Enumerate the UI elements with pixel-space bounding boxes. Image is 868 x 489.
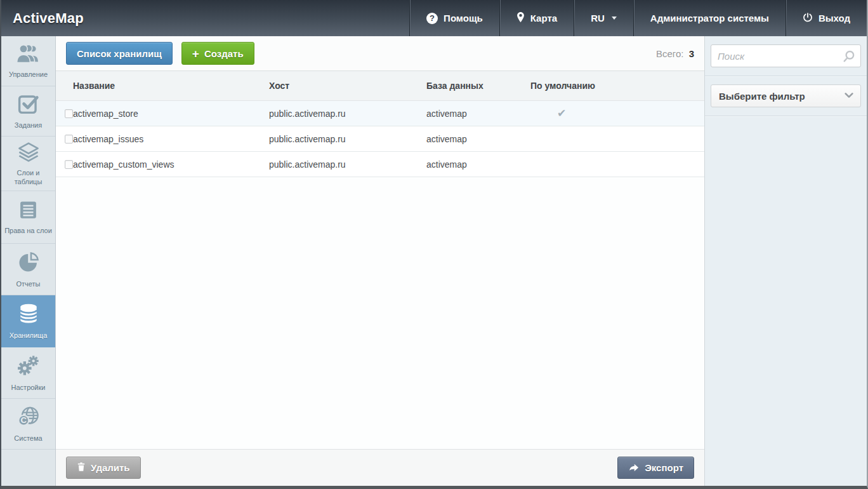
delete-button-label: Удалить <box>91 462 130 473</box>
pie-chart-icon <box>16 250 41 277</box>
column-header-host: Хост <box>269 81 426 91</box>
nav-user-account[interactable]: Администратор системы <box>633 0 786 36</box>
globe-copyright-icon: C <box>16 405 41 431</box>
sidebar-item-label: Система <box>14 434 42 443</box>
nav-user-label: Администратор системы <box>650 13 769 23</box>
export-button[interactable]: Экспорт <box>617 457 694 479</box>
chevron-down-icon <box>612 17 617 20</box>
nav-language-label: RU <box>591 13 605 23</box>
nav-language-dropdown[interactable]: RU <box>574 0 633 36</box>
help-icon: ? <box>426 13 438 24</box>
app-logo: ActiveMap <box>13 10 84 27</box>
sidebar-item-label: Задания <box>15 121 42 130</box>
create-button-label: Создать <box>204 48 244 59</box>
sidebar-item-management[interactable]: Управление <box>1 36 55 86</box>
sidebar: Управление Задания Слои и таблицы Права … <box>1 36 56 486</box>
filter-panel: Выберите фильтр <box>705 36 867 486</box>
storage-name: activemap_store <box>73 109 269 119</box>
trash-icon <box>77 462 86 474</box>
filter-dropdown[interactable]: Выберите фильтр <box>711 84 861 107</box>
sidebar-item-label: Отчеты <box>16 280 40 289</box>
sidebar-item-layer-rights[interactable]: Права на слои <box>1 191 55 244</box>
top-header: ActiveMap ? Помощь Карта RU Администрато… <box>1 0 867 36</box>
table-row[interactable]: activemap_store public.activemap.ru acti… <box>56 101 704 126</box>
database-icon <box>16 302 41 328</box>
total-count: Всего: 3 <box>656 48 694 59</box>
sort-host[interactable]: Хост <box>269 81 289 91</box>
panel-divider <box>705 116 867 116</box>
header-nav: ? Помощь Карта RU Администратор системы … <box>409 0 867 36</box>
search-icon[interactable] <box>842 50 856 66</box>
filter-dropdown-label: Выберите фильтр <box>719 91 805 102</box>
default-checkmark-icon: ✔ <box>557 107 566 120</box>
chevron-down-icon <box>844 90 854 102</box>
nav-map[interactable]: Карта <box>499 0 574 36</box>
sidebar-item-label: Управление <box>9 70 48 79</box>
storage-list-button[interactable]: Список хранилищ <box>66 42 173 65</box>
table-empty-area <box>56 177 704 449</box>
nav-logout-label: Выход <box>819 13 850 23</box>
create-button[interactable]: + Создать <box>181 42 254 65</box>
storage-name: activemap_custom_views <box>73 159 269 170</box>
total-count-label: Всего: <box>656 48 684 59</box>
sidebar-item-label: Настройки <box>11 384 46 392</box>
sidebar-item-storages[interactable]: Хранилища <box>1 295 55 347</box>
sidebar-item-settings[interactable]: Настройки <box>1 347 55 399</box>
sidebar-item-layers-tables[interactable]: Слои и таблицы <box>1 137 55 191</box>
storage-database: activemap <box>426 159 530 170</box>
row-checkbox[interactable] <box>65 135 73 144</box>
storage-name: activemap_issues <box>73 134 269 144</box>
sidebar-item-tasks[interactable]: Задания <box>1 86 55 137</box>
sidebar-item-system[interactable]: C Система <box>1 399 55 450</box>
users-icon <box>15 43 42 67</box>
storages-table: Название Хост База данных По умолчанию a… <box>56 71 704 177</box>
row-checkbox[interactable] <box>65 160 73 169</box>
panel-divider <box>705 76 867 76</box>
nav-help-label: Помощь <box>444 13 483 23</box>
sort-default[interactable]: По умолчанию <box>530 81 595 91</box>
sidebar-spacer <box>1 450 55 486</box>
delete-button[interactable]: Удалить <box>66 457 141 479</box>
document-icon <box>17 199 39 224</box>
nav-logout[interactable]: Выход <box>786 0 867 36</box>
storage-host: public.activemap.ru <box>269 159 426 170</box>
storage-host: public.activemap.ru <box>269 134 426 144</box>
storage-database: activemap <box>426 134 530 144</box>
map-pin-icon <box>516 11 525 25</box>
sidebar-item-label: Слои и таблицы <box>3 169 54 187</box>
app-window: ActiveMap ? Помощь Карта RU Администрато… <box>0 0 868 489</box>
power-icon <box>803 12 813 24</box>
table-row[interactable]: activemap_custom_views public.activemap.… <box>56 152 704 177</box>
search-box <box>711 44 861 67</box>
sort-name[interactable]: Название <box>73 81 115 91</box>
layers-icon <box>16 141 41 166</box>
sidebar-item-label: Права на слои <box>4 227 52 236</box>
storage-list-button-label: Список хранилищ <box>77 48 162 59</box>
table-row[interactable]: activemap_issues public.activemap.ru act… <box>56 126 704 152</box>
table-header-row: Название Хост База данных По умолчанию <box>56 71 704 101</box>
main-panel: Список хранилищ + Создать Всего: 3 Назва… <box>56 36 705 486</box>
storage-host: public.activemap.ru <box>269 109 426 119</box>
column-header-database: База данных <box>426 81 530 91</box>
column-header-default: По умолчанию <box>530 81 704 91</box>
row-checkbox[interactable] <box>65 109 73 118</box>
checkbox-check-icon <box>16 92 40 118</box>
total-count-value: 3 <box>689 48 694 59</box>
export-button-label: Экспорт <box>645 462 683 473</box>
nav-help[interactable]: ? Помощь <box>409 0 499 36</box>
plus-icon: + <box>192 48 199 60</box>
column-header-name: Название <box>73 81 269 91</box>
export-arrow-icon <box>628 462 640 474</box>
svg-text:C: C <box>20 415 27 425</box>
gears-icon <box>16 354 41 380</box>
sidebar-item-label: Хранилища <box>10 332 48 340</box>
sort-database[interactable]: База данных <box>426 81 483 91</box>
main-toolbar: Список хранилищ + Создать Всего: 3 <box>56 36 704 71</box>
storage-database: activemap <box>426 109 530 119</box>
bottom-toolbar: Удалить Экспорт <box>56 449 704 486</box>
nav-map-label: Карта <box>530 13 557 23</box>
sidebar-item-reports[interactable]: Отчеты <box>1 244 55 295</box>
